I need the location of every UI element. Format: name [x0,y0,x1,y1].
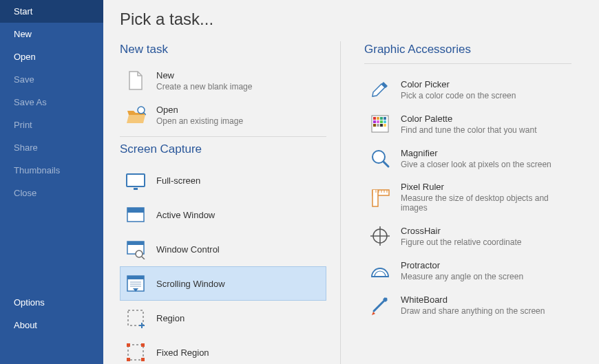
task-window-control[interactable]: Window Control [120,232,326,266]
task-magnifier[interactable]: MagnifierGive a closer look at pixels on… [364,141,571,175]
task-open[interactable]: OpenOpen an existing image [120,98,326,132]
magnifier-icon [369,147,391,169]
task-desc: Give a closer look at pixels on the scre… [401,160,551,169]
file-new-icon [125,69,147,92]
task-title: Window Control [156,244,220,255]
sidebar-item-save-as[interactable]: Save As [0,91,103,114]
task-title: Magnifier [401,148,551,158]
whiteboard-icon [369,294,391,316]
task-title: Full-screen [156,175,200,186]
main: Pick a task... New task NewCreate a new … [103,0,599,364]
task-scrolling-window[interactable]: Scrolling Window [120,266,326,301]
task-desc: Find and tune the color that you want [401,125,536,135]
task-whiteboard[interactable]: WhiteBoardDraw and share anything on the… [364,288,571,322]
sidebar-item-close[interactable]: Close [0,182,103,204]
task-title: Color Picker [401,79,516,89]
task-desc: Pick a color code on the screen [401,91,516,100]
section-new-task-title: New task [120,43,326,56]
sidebar-item-open[interactable]: Open [0,45,103,68]
sidebar-item-share[interactable]: Share [0,136,103,159]
task-title: Scrolling Window [156,279,225,289]
task-title: Region [156,313,185,323]
task-fixed-region[interactable]: Fixed Region [120,335,326,364]
left-column: New task NewCreate a new blank imageOpen… [120,41,340,364]
task-title: Color Palette [401,114,536,124]
task-region[interactable]: Region [120,301,326,335]
sidebar-item-about[interactable]: About [0,314,103,336]
sidebar-item-save[interactable]: Save [0,68,103,91]
task-protractor[interactable]: ProtractorMeasure any angle on the scree… [364,253,571,288]
task-desc: Measure any angle on the screen [401,272,523,281]
sidebar: StartNewOpenSaveSave AsPrintShareThumbna… [0,0,103,364]
task-title: WhiteBoard [401,295,545,305]
sidebar-item-thumbnails[interactable]: Thumbnails [0,159,103,182]
right-column: Graphic Accessories Color PickerPick a c… [341,41,571,364]
task-color-picker[interactable]: Color PickerPick a color code on the scr… [364,72,571,107]
page-title: Pick a task... [120,10,571,29]
task-title: Fixed Region [156,347,209,358]
task-desc: Figure out the relative coordinate [401,237,521,247]
color-picker-icon [369,78,391,100]
task-pixel-ruler[interactable]: Pixel RulerMeasure the size of desktop o… [364,175,571,219]
pixel-ruler-icon [369,186,391,208]
task-crosshair[interactable]: CrossHairFigure out the relative coordin… [364,219,571,253]
task-desc: Open an existing image [156,116,243,126]
task-active-window[interactable]: Active Window [120,197,326,232]
task-full-screen[interactable]: Full-screen [120,163,326,197]
section-graphic-accessories-title: Graphic Accessories [364,43,571,56]
active-window-icon [125,204,147,226]
task-title: CrossHair [401,226,521,236]
window-control-icon [125,238,147,260]
task-title: New [156,70,252,81]
sidebar-item-start[interactable]: Start [0,0,103,23]
color-palette-icon [369,113,391,135]
sidebar-item-options[interactable]: Options [0,291,103,314]
crosshair-icon [369,225,391,247]
task-desc: Create a new blank image [156,82,252,92]
task-new[interactable]: NewCreate a new blank image [120,63,326,98]
sidebar-item-new[interactable]: New [0,23,103,45]
task-title: Open [156,105,243,115]
task-desc: Draw and share anything on the screen [401,306,545,316]
protractor-icon [369,259,391,281]
fixed-region-icon [125,341,147,363]
fullscreen-icon [125,169,147,191]
task-title: Protractor [401,260,523,270]
folder-open-icon [125,104,147,126]
task-title: Active Window [156,210,215,220]
task-desc: Measure the size of desktop objects and … [401,193,567,213]
sidebar-item-print[interactable]: Print [0,114,103,136]
task-color-palette[interactable]: Color PaletteFind and tune the color tha… [364,107,571,141]
section-screen-capture-title: Screen Capture [120,142,326,156]
scrolling-window-icon [125,272,147,295]
task-title: Pixel Ruler [401,182,567,192]
region-icon [125,307,147,329]
